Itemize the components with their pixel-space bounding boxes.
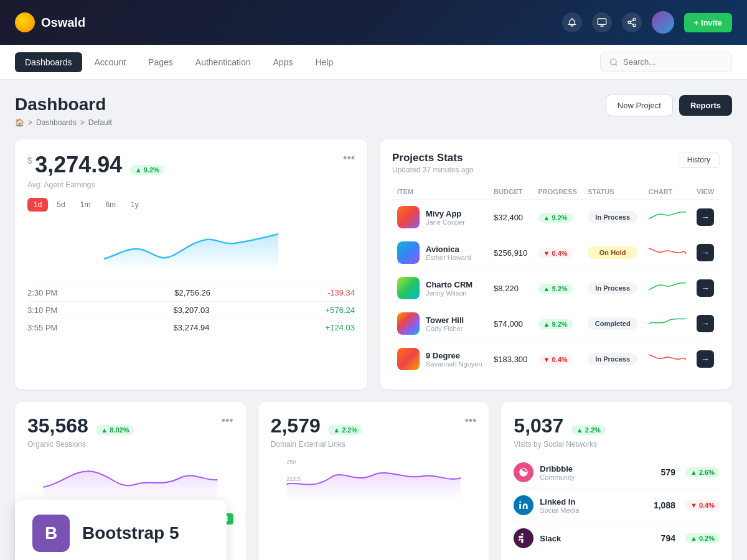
history-button[interactable]: History — [678, 152, 720, 168]
table-row: Tower Hill Cody Fisher $74,000 ▲ 9.2% Co… — [392, 306, 720, 342]
domain-row: 2,579 ▲ 2.2% — [271, 414, 363, 437]
page-title: Dashboard — [15, 95, 112, 114]
item-cell: Charto CRM Jenny Wilson — [397, 277, 484, 299]
linkedin-info: Linked In Social Media — [540, 497, 579, 514]
page-header: Dashboard 🏠 > Dashboards > Default New P… — [15, 95, 732, 127]
earnings-amount-area: $ 3,274.94 ▲ 9.2% Avg. Agent Earnings — [27, 152, 164, 189]
table-row: 9 Degree Savannah Nguyen $183,300 ▼ 0.4%… — [392, 342, 720, 377]
view-button[interactable]: → — [697, 208, 714, 226]
filter-6m[interactable]: 6m — [99, 198, 122, 212]
filter-1d[interactable]: 1d — [27, 198, 48, 212]
mini-chart — [649, 281, 686, 293]
social-badge: ▲ 2.2% — [571, 425, 606, 435]
organic-value: 35,568 — [27, 414, 88, 437]
nav-item-pages[interactable]: Pages — [138, 52, 183, 72]
earnings-chart — [27, 222, 355, 274]
logo-icon — [15, 12, 35, 32]
secondary-nav: Dashboards Account Pages Authentication … — [0, 45, 747, 80]
social-info: Slack — [514, 528, 561, 548]
topbar: Oswald + Invite — [0, 0, 747, 45]
notification-icon[interactable] — [562, 12, 582, 32]
time-data: 2:30 PM $2,756.26 -139.34 3:10 PM $3,207… — [27, 284, 355, 336]
monitor-icon[interactable] — [592, 12, 612, 32]
social-stats-row: 5,037 ▲ 2.2% — [514, 414, 720, 437]
svg-point-3 — [633, 18, 636, 21]
time-row-3: 3:55 PM $3,274.94 +124.03 — [27, 319, 355, 336]
new-project-button[interactable]: New Project — [606, 95, 673, 116]
share-icon[interactable] — [622, 12, 642, 32]
view-button[interactable]: → — [697, 279, 714, 297]
col-budget: BUDGET — [489, 184, 533, 200]
search-input[interactable] — [623, 57, 723, 67]
view-button[interactable]: → — [697, 350, 714, 368]
social-label: Visits by Social Networks — [514, 440, 720, 449]
filter-1m[interactable]: 1m — [74, 198, 97, 212]
item-icon — [397, 241, 420, 264]
table-row: Charto CRM Jenny Wilson $8,220 ▲ 9.2% In… — [392, 271, 720, 306]
title-area: Dashboard 🏠 > Dashboards > Default — [15, 95, 112, 127]
earnings-badge: ▲ 9.2% — [130, 165, 164, 175]
nav-item-dashboards[interactable]: Dashboards — [15, 52, 82, 72]
svg-line-6 — [631, 23, 634, 25]
breadcrumb-dashboards[interactable]: Dashboards — [36, 118, 77, 127]
svg-line-9 — [616, 63, 618, 65]
earnings-header: $ 3,274.94 ▲ 9.2% Avg. Agent Earnings ••… — [27, 152, 355, 189]
search-box — [600, 52, 732, 72]
social-card: 5,037 ▲ 2.2% Visits by Social Networks D… — [501, 402, 732, 560]
item-cell: Tower Hill Cody Fisher — [397, 312, 484, 335]
social-info: Dribbble Community — [514, 462, 575, 482]
domain-value: 2,579 — [271, 414, 321, 437]
svg-point-5 — [633, 24, 636, 27]
linkedin-icon — [514, 495, 533, 515]
svg-text:212.5: 212.5 — [286, 476, 301, 482]
item-cell: Mivy App Jane Cooper — [397, 206, 484, 228]
filter-5d[interactable]: 5d — [50, 198, 71, 212]
status-badge: In Process — [588, 282, 637, 294]
filter-1y[interactable]: 1y — [125, 198, 145, 212]
item-info: Tower Hill Cody Fisher — [426, 315, 464, 332]
organic-chart — [27, 456, 233, 506]
line-chart-svg — [27, 222, 355, 271]
item-icon — [397, 348, 420, 370]
earnings-menu[interactable]: ••• — [343, 152, 355, 165]
domain-card: 2,579 ▲ 2.2% Domain External Links ••• — [258, 402, 489, 560]
organic-menu[interactable]: ••• — [222, 414, 233, 427]
table-row: Avionica Esther Howard $256,910 ▼ 0.4% O… — [392, 235, 720, 271]
time-filters: 1d 5d 1m 6m 1y — [27, 198, 355, 212]
col-progress: PROGRESS — [533, 184, 583, 200]
nav-item-help[interactable]: Help — [305, 52, 343, 72]
item-info: 9 Degree Savannah Nguyen — [426, 351, 482, 368]
avatar[interactable] — [652, 11, 674, 34]
bootstrap-overlay: B Bootstrap 5 — [15, 500, 227, 560]
reports-button[interactable]: Reports — [679, 95, 732, 116]
view-button[interactable]: → — [697, 315, 714, 332]
main-content: Dashboard 🏠 > Dashboards > Default New P… — [0, 80, 747, 560]
projects-header: Projects Stats Updated 37 minutes ago Hi… — [392, 152, 720, 174]
nav-item-apps[interactable]: Apps — [263, 52, 303, 72]
domain-menu[interactable]: ••• — [464, 414, 476, 427]
invite-button[interactable]: + Invite — [684, 13, 732, 32]
svg-line-7 — [631, 20, 634, 22]
svg-point-4 — [628, 21, 631, 24]
nav-item-account[interactable]: Account — [85, 52, 136, 72]
organic-row: 35,568 ▲ 8.02% — [27, 414, 134, 437]
topbar-right: + Invite — [562, 11, 732, 34]
bootstrap-icon: B — [32, 515, 70, 552]
domain-badge: ▲ 2.2% — [328, 425, 362, 435]
item-cell: Avionica Esther Howard — [397, 241, 484, 264]
view-button[interactable]: → — [697, 244, 714, 261]
mini-chart — [649, 210, 686, 222]
status-badge: In Process — [588, 353, 637, 365]
slack-stats: 794 ▲ 0.2% — [661, 533, 720, 543]
social-row-linkedin: Linked In Social Media 1,088 ▼ 0.4% — [514, 489, 720, 522]
nav-item-authentication[interactable]: Authentication — [186, 52, 261, 72]
organic-badge: ▲ 8.02% — [96, 425, 134, 435]
table-row: Mivy App Jane Cooper $32,400 ▲ 9.2% In P… — [392, 200, 720, 235]
item-icon — [397, 206, 420, 228]
item-info: Avionica Esther Howard — [426, 245, 471, 261]
svg-point-13 — [520, 501, 522, 503]
col-item: ITEM — [392, 184, 489, 200]
earnings-label: Avg. Agent Earnings — [27, 180, 164, 189]
logo-area: Oswald — [15, 12, 85, 32]
breadcrumb-default: Default — [88, 118, 112, 127]
